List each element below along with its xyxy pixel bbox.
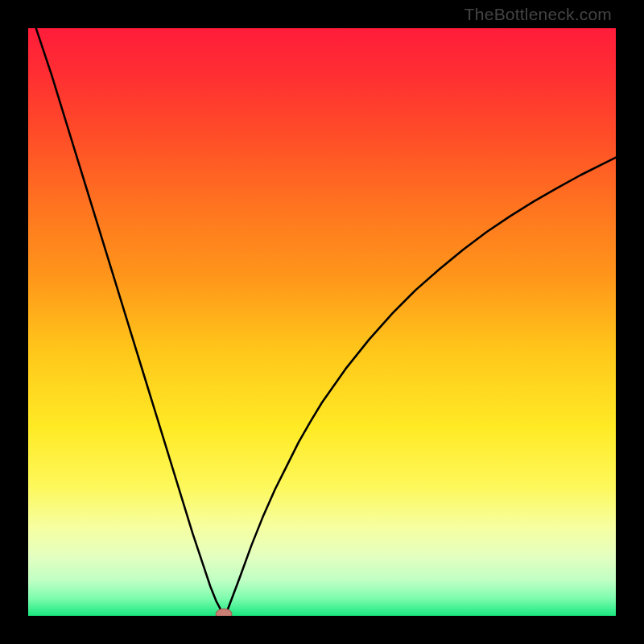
optimal-point-marker <box>216 609 232 616</box>
plot-area <box>28 28 616 616</box>
watermark-text: TheBottleneck.com <box>464 5 612 24</box>
bottleneck-curve <box>28 28 616 614</box>
chart-svg <box>28 28 616 616</box>
chart-frame: TheBottleneck.com <box>0 0 644 644</box>
